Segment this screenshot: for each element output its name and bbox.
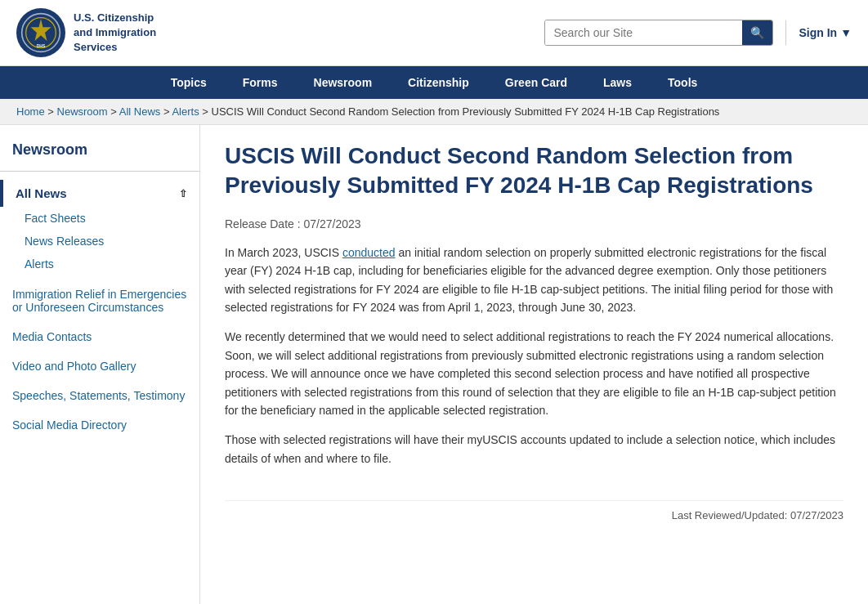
sidebar-link-social-media[interactable]: Social Media Directory	[0, 410, 199, 440]
sidebar: Newsroom All News ⇧ Fact Sheets News Rel…	[0, 125, 200, 604]
sidebar-link-video-photo[interactable]: Video and Photo Gallery	[0, 351, 199, 381]
nav-item-forms[interactable]: Forms	[225, 66, 296, 99]
article-paragraph-1: In March 2023, USCIS conducted an initia…	[225, 244, 843, 317]
nav-item-laws[interactable]: Laws	[585, 66, 650, 99]
sidebar-item-alerts[interactable]: Alerts	[20, 253, 199, 275]
sidebar-all-news-section: All News ⇧ Fact Sheets News Releases Ale…	[0, 180, 199, 275]
sign-in-button[interactable]: Sign In ▼	[799, 26, 852, 39]
search-input[interactable]	[545, 20, 742, 45]
chevron-down-icon: ▼	[840, 26, 852, 39]
article-title: USCIS Will Conduct Second Random Selecti…	[225, 141, 843, 201]
sidebar-item-all-news[interactable]: All News ⇧	[0, 180, 199, 207]
nav-item-green-card[interactable]: Green Card	[487, 66, 585, 99]
breadcrumb-home[interactable]: Home	[16, 105, 45, 118]
nav-item-newsroom[interactable]: Newsroom	[296, 66, 391, 99]
sidebar-link-media-contacts[interactable]: Media Contacts	[0, 322, 199, 351]
nav-item-tools[interactable]: Tools	[650, 66, 715, 99]
sidebar-sub-items: Fact Sheets News Releases Alerts	[0, 207, 199, 275]
header-divider	[785, 20, 786, 45]
last-reviewed: Last Reviewed/Updated: 07/27/2023	[225, 500, 843, 521]
site-header: DHS U.S. Citizenship and Immigration Ser…	[0, 0, 868, 66]
logo-text: U.S. Citizenship and Immigration Service…	[74, 11, 156, 56]
sidebar-link-immigration-relief[interactable]: Immigration Relief in Emergencies or Unf…	[0, 280, 199, 322]
release-date: Release Date : 07/27/2023	[225, 217, 843, 230]
logo-icon: DHS	[16, 8, 65, 57]
breadcrumb: Home > Newsroom > All News > Alerts > US…	[0, 99, 868, 125]
article-paragraph-2: We recently determined that we would nee…	[225, 328, 843, 419]
main-nav: Topics Forms Newsroom Citizenship Green …	[0, 66, 868, 99]
nav-item-topics[interactable]: Topics	[153, 66, 225, 99]
article-content: USCIS Will Conduct Second Random Selecti…	[200, 125, 868, 604]
conducted-link[interactable]: conducted	[342, 246, 396, 259]
breadcrumb-all-news[interactable]: All News	[119, 105, 161, 118]
sidebar-link-speeches[interactable]: Speeches, Statements, Testimony	[0, 381, 199, 410]
nav-item-citizenship[interactable]: Citizenship	[390, 66, 487, 99]
sidebar-item-fact-sheets[interactable]: Fact Sheets	[20, 207, 199, 230]
search-container: 🔍	[544, 20, 773, 46]
breadcrumb-newsroom[interactable]: Newsroom	[57, 105, 108, 118]
sidebar-item-news-releases[interactable]: News Releases	[20, 230, 199, 253]
article-body: In March 2023, USCIS conducted an initia…	[225, 244, 843, 468]
main-layout: Newsroom All News ⇧ Fact Sheets News Rel…	[0, 125, 868, 604]
logo-area: DHS U.S. Citizenship and Immigration Ser…	[16, 8, 156, 57]
breadcrumb-current: USCIS Will Conduct Second Random Selecti…	[212, 105, 720, 118]
chevron-up-icon: ⇧	[179, 188, 187, 199]
svg-text:DHS: DHS	[37, 43, 46, 48]
search-button[interactable]: 🔍	[742, 20, 772, 45]
sidebar-title: Newsroom	[0, 141, 199, 172]
header-right: 🔍 Sign In ▼	[544, 20, 852, 46]
article-paragraph-3: Those with selected registrations will h…	[225, 431, 843, 468]
breadcrumb-alerts[interactable]: Alerts	[172, 105, 199, 118]
